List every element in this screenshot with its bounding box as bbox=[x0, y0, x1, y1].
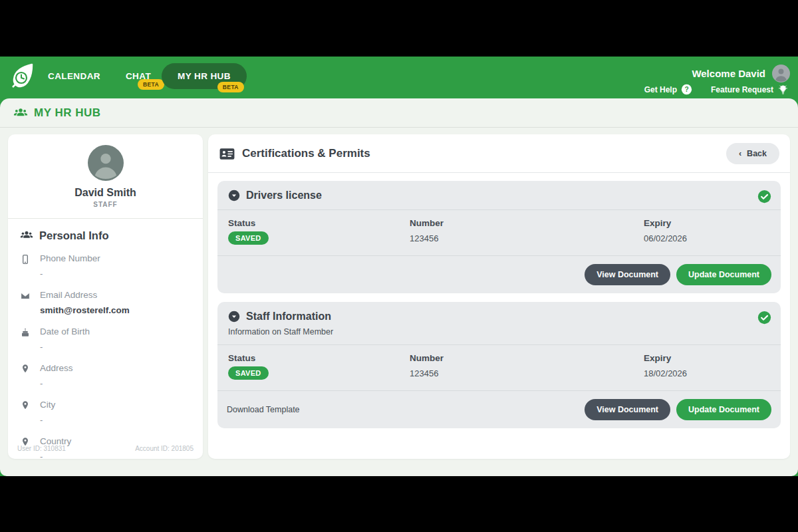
status-label: Status bbox=[228, 218, 410, 228]
number-value: 123456 bbox=[410, 233, 644, 243]
check-circle-icon bbox=[757, 311, 771, 325]
people-icon bbox=[13, 106, 28, 120]
get-help-label: Get Help bbox=[644, 85, 677, 94]
certifications-body: Drivers license bbox=[208, 173, 790, 445]
pin-icon bbox=[20, 364, 33, 374]
number-label: Number bbox=[410, 353, 644, 363]
expiry-value: 06/02/2026 bbox=[644, 233, 770, 243]
section-details: Status SAVED Number 123456 Expiry 06/02/… bbox=[217, 210, 781, 256]
field-value: - bbox=[40, 269, 191, 279]
profile-role-badge: STAFF bbox=[8, 201, 203, 208]
personal-info-heading: Personal Info bbox=[20, 229, 191, 242]
download-template-link[interactable]: Download Template bbox=[227, 405, 300, 414]
expiry-column: Expiry 18/02/2026 bbox=[644, 353, 770, 380]
people-icon bbox=[20, 229, 33, 242]
number-column: Number 123456 bbox=[410, 353, 644, 380]
field-label: Date of Birth bbox=[40, 327, 191, 338]
section-staff-information: Staff Information Information on Staff M… bbox=[217, 302, 781, 428]
section-actions: Download Template View Document Update D… bbox=[217, 391, 781, 428]
my-hr-hub-beta-badge: BETA bbox=[217, 82, 244, 92]
back-chevron-icon: ‹ bbox=[739, 149, 741, 158]
field-label: Address bbox=[40, 363, 191, 374]
section-actions: View Document Update Document bbox=[217, 256, 781, 293]
welcome-text: Welcome David bbox=[692, 68, 765, 79]
section-title: Staff Information bbox=[246, 311, 331, 323]
section-header-staff-information[interactable]: Staff Information Information on Staff M… bbox=[217, 302, 781, 345]
phone-icon bbox=[20, 254, 33, 265]
field-date-of-birth: Date of Birth - bbox=[20, 327, 191, 352]
id-card-icon bbox=[219, 146, 235, 162]
page-titlebar: MY HR HUB bbox=[0, 98, 798, 128]
page-wrapper: MY HR HUB David Smith STAFF bbox=[0, 98, 798, 476]
nav-my-hr-hub-label: MY HR HUB bbox=[178, 71, 231, 81]
pin-icon bbox=[20, 400, 33, 411]
field-value: smith@rosterelf.com bbox=[40, 305, 191, 315]
chat-beta-badge: BETA bbox=[138, 79, 164, 90]
feature-request-link[interactable]: Feature Request bbox=[711, 84, 789, 95]
sidebar-footer: User ID: 310831 Account ID: 201805 bbox=[8, 438, 203, 459]
nav-chat[interactable]: CHAT BETA bbox=[126, 71, 151, 81]
profile-sidebar: David Smith STAFF bbox=[8, 134, 203, 459]
update-document-button[interactable]: Update Document bbox=[676, 264, 771, 285]
account-id-text: Account ID: 201805 bbox=[135, 445, 194, 452]
svg-text:?: ? bbox=[684, 86, 688, 93]
field-email-address: Email Address smith@rosterelf.com bbox=[20, 290, 191, 315]
expiry-label: Expiry bbox=[644, 353, 770, 363]
field-value: - bbox=[40, 342, 191, 352]
personal-info-title: Personal Info bbox=[39, 229, 109, 242]
question-circle-icon: ? bbox=[681, 84, 692, 95]
check-circle-icon bbox=[757, 190, 771, 203]
status-badge: SAVED bbox=[228, 231, 269, 245]
update-document-button[interactable]: Update Document bbox=[676, 399, 771, 420]
back-label: Back bbox=[747, 149, 767, 158]
user-avatar[interactable] bbox=[772, 65, 790, 82]
field-city: City - bbox=[20, 400, 191, 425]
utility-row: Get Help ? Feature Request bbox=[644, 84, 789, 95]
field-label: City bbox=[40, 400, 191, 411]
nav-my-hr-hub-active[interactable]: MY HR HUB BETA bbox=[162, 63, 247, 89]
certifications-header: Certifications & Permits ‹ Back bbox=[208, 134, 790, 173]
field-label: Phone Number bbox=[40, 253, 191, 265]
app-header: CALENDAR CHAT BETA MY HR HUB BETA Welcom… bbox=[0, 57, 798, 98]
section-header-drivers-license[interactable]: Drivers license bbox=[217, 181, 781, 210]
field-value: - bbox=[40, 378, 191, 388]
section-drivers-license: Drivers license bbox=[217, 181, 781, 293]
expiry-label: Expiry bbox=[644, 218, 770, 228]
cake-icon bbox=[20, 327, 33, 338]
number-value: 123456 bbox=[410, 368, 644, 378]
section-subtitle: Information on Staff Member bbox=[228, 327, 770, 336]
section-title: Drivers license bbox=[246, 190, 322, 201]
status-badge: SAVED bbox=[228, 366, 269, 380]
status-label: Status bbox=[228, 353, 410, 363]
nav-calendar-label: CALENDAR bbox=[48, 71, 100, 81]
feature-request-label: Feature Request bbox=[711, 85, 773, 94]
personal-info-section: Personal Info Phone Number - bbox=[8, 219, 203, 462]
certifications-title: Certifications & Permits bbox=[242, 147, 370, 160]
profile-name: David Smith bbox=[8, 187, 203, 199]
get-help-link[interactable]: Get Help ? bbox=[644, 84, 692, 95]
view-document-button[interactable]: View Document bbox=[585, 264, 670, 285]
user-id-text: User ID: 310831 bbox=[17, 445, 66, 452]
field-label: Email Address bbox=[40, 290, 191, 301]
expiry-column: Expiry 06/02/2026 bbox=[644, 218, 770, 245]
profile-avatar bbox=[88, 145, 124, 181]
view-document-button[interactable]: View Document bbox=[585, 399, 670, 420]
expiry-value: 18/02/2026 bbox=[644, 368, 770, 378]
lightbulb-icon bbox=[777, 84, 789, 95]
chevron-down-circle-icon[interactable] bbox=[228, 190, 240, 201]
nav-calendar[interactable]: CALENDAR bbox=[48, 71, 100, 81]
status-column: Status SAVED bbox=[228, 218, 410, 245]
rosterelf-logo-icon[interactable] bbox=[9, 63, 36, 89]
section-details: Status SAVED Number 123456 Expiry 18/02/… bbox=[217, 345, 781, 391]
profile-block: David Smith STAFF bbox=[8, 134, 203, 219]
back-button[interactable]: ‹ Back bbox=[726, 143, 779, 164]
status-column: Status SAVED bbox=[228, 353, 410, 380]
envelope-icon bbox=[20, 291, 33, 301]
number-label: Number bbox=[410, 218, 644, 228]
field-phone-number: Phone Number - bbox=[20, 253, 191, 279]
field-value: - bbox=[40, 415, 191, 425]
content-area: David Smith STAFF bbox=[0, 128, 798, 466]
chevron-down-circle-icon[interactable] bbox=[228, 311, 240, 323]
welcome-row: Welcome David bbox=[692, 65, 790, 82]
certifications-card: Certifications & Permits ‹ Back bbox=[208, 134, 790, 459]
